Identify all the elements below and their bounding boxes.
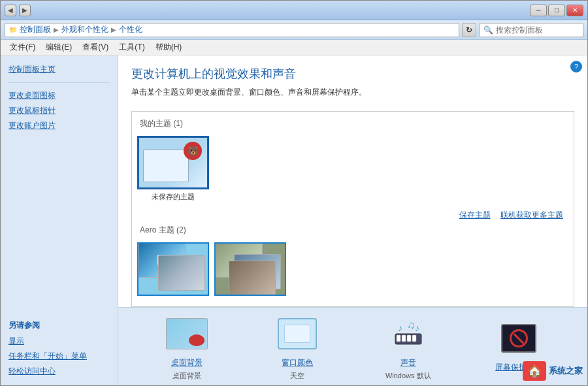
sidebar-link-accessibility[interactable]: 轻松访问中心 — [1, 364, 118, 379]
sound-item[interactable]: ♪ ♫ ♪ 声音 Windows 默认 — [366, 313, 451, 381]
desktop-background-icon-container — [166, 313, 208, 355]
svg-rect-1 — [397, 335, 400, 342]
watermark-text: 系统之家 — [549, 365, 583, 377]
svg-rect-3 — [407, 335, 411, 342]
sidebar: 控制面板主页 更改桌面图标 更改鼠标指针 更改账户图片 另请参阅 显示 任务栏和… — [1, 56, 118, 385]
unsaved-theme-thumbnail: 🐻 — [137, 136, 209, 189]
watermark-icon: 🏠 — [523, 361, 546, 381]
save-link-row: 保存主题 联机获取更多主题 — [137, 207, 568, 223]
sidebar-link-account-picture[interactable]: 更改账户图片 — [1, 118, 118, 133]
svg-rect-2 — [402, 335, 406, 342]
aero-layer2 — [158, 255, 205, 291]
window-color-sublabel: 天空 — [290, 371, 304, 381]
sound-icon: ♪ ♫ ♪ — [390, 315, 427, 352]
nature-theme[interactable] — [214, 242, 286, 296]
window-color-item[interactable]: 窗口颜色 天空 — [255, 313, 340, 381]
aero-themes-grid: ⊞ — [137, 242, 568, 296]
sidebar-link-desktop-icons[interactable]: 更改桌面图标 — [1, 88, 118, 103]
nature-layer3 — [229, 261, 276, 296]
aero-theme-1[interactable]: ⊞ — [137, 242, 209, 296]
aero-preview-1: ⊞ — [139, 242, 208, 296]
search-input[interactable] — [496, 25, 574, 35]
nature-preview — [216, 242, 285, 296]
more-themes-link[interactable]: 联机获取更多主题 — [500, 210, 563, 219]
svg-rect-4 — [412, 335, 416, 342]
address-bar: 📁 控制面板 ▶ 外观和个性化 ▶ 个性化 ↻ 🔍 — [1, 20, 587, 40]
address-segment-1[interactable]: 控制面板 — [20, 24, 51, 35]
sound-label[interactable]: 声音 — [400, 357, 416, 368]
sidebar-link-home[interactable]: 控制面板主页 — [1, 62, 118, 77]
refresh-button[interactable]: ↻ — [462, 23, 476, 37]
desktop-background-label[interactable]: 桌面背景 — [171, 357, 203, 368]
unsaved-theme-item[interactable]: 🐻 未保存的主题 — [137, 136, 209, 202]
themes-inner: 我的主题 (1) 🐻 未保存的主题 保存主题 联机获取 — [132, 112, 574, 306]
sidebar-divider-1 — [8, 82, 110, 83]
content-panel: ? 更改计算机上的视觉效果和声音 单击某个主题立即更改桌面背景、窗口颜色、声音和… — [118, 56, 587, 385]
window-color-icon — [278, 318, 317, 349]
desktop-background-sublabel: 桌面背景 — [172, 371, 201, 381]
main-window: ◀ ▶ ─ □ ✕ 📁 控制面板 ▶ 外观和个性化 ▶ 个性化 — [0, 0, 588, 386]
address-segment-2[interactable]: 外观和个性化 — [61, 24, 108, 35]
thumb-inner-window — [143, 150, 189, 182]
back-button[interactable]: ◀ — [5, 5, 16, 16]
desktop-background-icon — [166, 318, 208, 349]
my-themes-grid: 🐻 未保存的主题 — [137, 136, 568, 202]
menu-tools[interactable]: 工具(T) — [114, 40, 150, 54]
aero-themes-title: Aero 主题 (2) — [137, 223, 568, 237]
sound-sublabel: Windows 默认 — [385, 371, 431, 381]
unsaved-theme-label: 未保存的主题 — [137, 192, 209, 202]
address-input[interactable]: 📁 控制面板 ▶ 外观和个性化 ▶ 个性化 — [5, 23, 459, 37]
svg-text:♪: ♪ — [398, 323, 402, 333]
watermark: 🏠 系统之家 — [523, 361, 583, 381]
window-color-label[interactable]: 窗口颜色 — [282, 357, 313, 368]
menu-bar: 文件(F) 编辑(E) 查看(V) 工具(T) 帮助(H) — [1, 40, 587, 56]
svg-text:♫: ♫ — [407, 319, 415, 330]
page-description: 单击某个主题立即更改桌面背景、窗口颜色、声音和屏幕保护程序。 — [131, 87, 574, 98]
sidebar-link-taskbar[interactable]: 任务栏和「开始」菜单 — [1, 349, 118, 364]
themes-container[interactable]: 我的主题 (1) 🐻 未保存的主题 保存主题 联机获取 — [131, 111, 574, 307]
main-area: 控制面板主页 更改桌面图标 更改鼠标指针 更改账户图片 另请参阅 显示 任务栏和… — [1, 56, 587, 385]
search-icon: 🔍 — [483, 25, 493, 35]
search-box: 🔍 — [479, 23, 583, 37]
thumb-bear-icon: 🐻 — [184, 142, 202, 160]
page-title: 更改计算机上的视觉效果和声音 — [131, 66, 574, 82]
svg-text:♪: ♪ — [415, 323, 419, 333]
address-segment-3[interactable]: 个性化 — [119, 24, 142, 35]
bottom-bar: 桌面背景 桌面背景 窗口颜色 天空 — [118, 307, 587, 385]
window-color-icon-inner — [284, 325, 310, 343]
sidebar-link-display[interactable]: 显示 — [1, 334, 118, 349]
minimize-button[interactable]: ─ — [530, 5, 547, 16]
screensaver-icon-container — [498, 317, 540, 359]
title-bar: ◀ ▶ ─ □ ✕ — [1, 1, 587, 20]
nature-thumb — [214, 242, 286, 296]
my-themes-title: 我的主题 (1) — [137, 117, 568, 131]
address-folder-icon: 📁 — [9, 26, 17, 33]
sidebar-also-title: 另请参阅 — [1, 316, 118, 334]
window-controls: ─ □ ✕ — [530, 5, 583, 16]
aero-thumb-1: ⊞ — [137, 242, 209, 296]
desktop-background-item[interactable]: 桌面背景 桌面背景 — [144, 313, 229, 381]
menu-view[interactable]: 查看(V) — [77, 40, 114, 54]
content-header: ? 更改计算机上的视觉效果和声音 单击某个主题立即更改桌面背景、窗口颜色、声音和… — [118, 56, 587, 111]
forward-button[interactable]: ▶ — [19, 5, 31, 16]
menu-edit[interactable]: 编辑(E) — [41, 40, 77, 54]
menu-help[interactable]: 帮助(H) — [150, 40, 188, 54]
nav-buttons: ◀ ▶ — [5, 5, 31, 16]
menu-file[interactable]: 文件(F) — [5, 40, 41, 54]
maximize-button[interactable]: □ — [548, 5, 565, 16]
window-color-icon-container — [276, 313, 318, 355]
close-button[interactable]: ✕ — [566, 5, 583, 16]
sound-icon-container: ♪ ♫ ♪ — [387, 313, 429, 355]
sidebar-link-mouse-pointer[interactable]: 更改鼠标指针 — [1, 103, 118, 118]
help-icon[interactable]: ? — [570, 61, 582, 72]
save-theme-link[interactable]: 保存主题 — [459, 210, 491, 219]
